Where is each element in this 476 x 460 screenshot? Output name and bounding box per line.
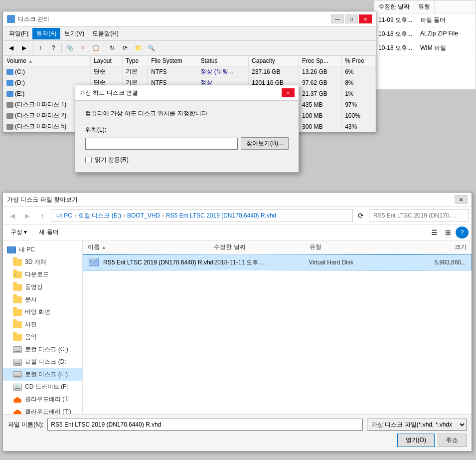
folder-video-icon <box>13 283 22 291</box>
drive-d-icon <box>13 358 22 366</box>
drive-e-icon <box>13 371 22 379</box>
tb-back[interactable]: ◀ <box>5 42 17 53</box>
sidebar-item-3d[interactable]: 3D 개체 <box>3 256 82 268</box>
sidebar-item-docs[interactable]: 문서 <box>3 293 82 306</box>
col-status[interactable]: Status <box>197 56 249 66</box>
disk-mgmt-icon <box>7 15 15 23</box>
menu-view[interactable]: 보기(V) <box>60 28 88 39</box>
tb-refresh2[interactable]: ⟳ <box>119 42 131 53</box>
sidebar-item-cloud1[interactable]: 클라우드베리 (T: <box>3 393 82 406</box>
tb-delete[interactable]: ✕ <box>77 42 89 53</box>
sidebar-item-drive-f[interactable]: 💿 CD 드라이브 (F: <box>3 381 82 393</box>
fb-search-input[interactable] <box>369 209 469 222</box>
minimize-button[interactable]: — <box>331 14 344 23</box>
browse-button[interactable]: 찾아보기(B)... <box>241 137 289 150</box>
col-date-header[interactable]: 수정한 날짜 <box>212 242 308 252</box>
fb-file-list: 💿 RS5 Ent LTSC 2019 (DN170.6440) R.vhd 2… <box>83 254 472 270</box>
folder-music-icon <box>13 333 22 341</box>
fb-new-folder-button[interactable]: 새 폴더 <box>34 226 63 238</box>
sidebar-item-cloud2[interactable]: 클라우드베리 (T:) <box>3 406 82 414</box>
col-free[interactable]: Free Sp... <box>299 56 342 66</box>
col-size-header[interactable]: 크기 <box>403 242 469 252</box>
sidebar-item-download[interactable]: ↓ 다운로드 <box>3 268 82 281</box>
fb-up-button[interactable]: ↑ <box>36 210 49 222</box>
tb-forward[interactable]: ▶ <box>18 42 30 53</box>
tb-help[interactable]: ? <box>47 42 59 53</box>
fb-open-button[interactable]: 열기(O) <box>397 434 435 447</box>
disk-row-0[interactable]: (C:) 단순 기본 NTFS 정상 (부팅... 237.16 GB 13.2… <box>3 66 376 77</box>
close-button[interactable]: ✕ <box>359 14 372 23</box>
menu-file[interactable]: 파일(F) <box>5 28 32 39</box>
col-volume[interactable]: Volume ▲ <box>3 56 91 66</box>
svg-rect-12 <box>93 262 97 263</box>
sidebar-photos-label: 사진 <box>25 320 37 329</box>
disk-mgmt-controls: — □ ✕ <box>331 14 372 23</box>
vhd-dialog: 가상 하드 디스크 연결 × 컴퓨터에 가상 하드 디스크 위치를 지정합니다.… <box>75 85 299 173</box>
file-row-0[interactable]: 💿 RS5 Ent LTSC 2019 (DN170.6440) R.vhd 2… <box>83 254 472 270</box>
svg-rect-10 <box>90 261 92 262</box>
tb-sep-3 <box>104 43 104 53</box>
fb-controls: ✕ <box>455 195 468 204</box>
background-panel: 수정한 날짜 유형 11-09 오후... 파일 폴더 10-18 오후... … <box>374 0 476 90</box>
readonly-label: 읽기 전용(R) <box>95 156 129 164</box>
fb-forward-button[interactable]: ▶ <box>21 210 34 222</box>
fb-view-grid[interactable]: ⊞ <box>442 227 455 238</box>
bc-local-e[interactable]: 로컬 디스크 (E:) <box>77 212 122 220</box>
sidebar-item-desktop[interactable]: 바탕 화면 <box>3 306 82 318</box>
drive-c-icon <box>13 346 22 354</box>
fb-view-details[interactable]: ☰ <box>428 227 441 238</box>
bg-col-date: 수정한 날짜 <box>374 0 414 13</box>
tb-up[interactable]: ↑ <box>34 42 46 53</box>
vhd-dialog-body: 컴퓨터에 가상 하드 디스크 위치를 지정합니다. 위치(L): 찾아보기(B)… <box>75 101 299 172</box>
fb-filetype-select[interactable]: 가상 디스크 파일(*.vhd, *.vhdx <box>367 419 467 431</box>
sidebar-item-drive-e[interactable]: 로컬 디스크 (E:) <box>3 368 82 381</box>
fb-close-button[interactable]: ✕ <box>455 195 468 204</box>
bc-boot-vhd[interactable]: BOOT_VHD <box>126 212 161 219</box>
col-fs[interactable]: File System <box>148 56 197 66</box>
menu-help[interactable]: 도움말(H) <box>88 28 123 39</box>
tb-sep-1 <box>32 43 32 53</box>
fb-organize-button[interactable]: 구성 ▾ <box>6 226 31 238</box>
vhd-location-label: 위치(L): <box>85 126 289 134</box>
sidebar-item-music[interactable]: 음악 <box>3 331 82 343</box>
menu-action[interactable]: 동작(A) <box>32 28 60 39</box>
tb-refresh1[interactable]: ↻ <box>106 42 118 53</box>
fb-filename-input[interactable] <box>47 419 363 431</box>
bg-right-header: 수정한 날짜 유형 <box>374 0 476 13</box>
sidebar-item-mypc[interactable]: 내 PC <box>3 243 82 256</box>
sidebar-drive-f-label: CD 드라이브 (F: <box>25 383 68 391</box>
readonly-checkbox[interactable] <box>85 157 92 163</box>
sidebar-item-drive-d[interactable]: 로컬 디스크 (D: <box>3 356 82 368</box>
bc-mypc[interactable]: 내 PC <box>55 212 73 220</box>
sidebar-drive-d-label: 로컬 디스크 (D: <box>25 358 66 366</box>
fb-bottom: 파일 이름(N): 가상 디스크 파일(*.vhd, *.vhdx 열기(O) … <box>3 414 472 451</box>
vhd-location-input[interactable] <box>85 138 238 150</box>
col-name-header[interactable]: 이름 ▲ <box>86 242 212 252</box>
sidebar-drive-c-label: 로컬 디스크 (C:) <box>25 345 68 354</box>
menu-bar: 파일(F) 동작(A) 보기(V) 도움말(H) <box>3 27 376 41</box>
bc-vhd-file[interactable]: RS5 Ent LTSC 2019 (DN170.6440) R.vhd <box>165 212 277 219</box>
fb-back-button[interactable]: ◀ <box>6 210 19 222</box>
tb-properties[interactable]: 📋 <box>90 42 102 53</box>
sidebar-item-drive-c[interactable]: 로컬 디스크 (C:) <box>3 343 82 356</box>
sidebar-item-photos[interactable]: 사진 <box>3 318 82 331</box>
vhd-close-button[interactable]: × <box>282 88 295 97</box>
col-layout[interactable]: Layout <box>90 56 122 66</box>
col-capacity[interactable]: Capacity <box>249 56 299 66</box>
fb-address-bar[interactable]: 내 PC › 로컬 디스크 (E:) › BOOT_VHD › RS5 Ent … <box>51 209 353 222</box>
pc-icon <box>7 246 16 254</box>
tb-folder[interactable]: 📁 <box>132 42 144 53</box>
tb-search[interactable]: 🔍 <box>145 42 157 53</box>
maximize-button[interactable]: □ <box>345 14 358 23</box>
disk-mgmt-titlebar: 디스크 관리 — □ ✕ <box>3 11 376 27</box>
fb-refresh-button[interactable]: ⟳ <box>355 210 367 222</box>
fb-help-button[interactable]: ? <box>456 227 469 238</box>
fb-cancel-button[interactable]: 취소 <box>438 434 467 447</box>
tb-connect-vhd[interactable]: 📎 <box>64 42 76 53</box>
sidebar-item-video[interactable]: 동영상 <box>3 281 82 293</box>
col-type-header[interactable]: 유형 <box>308 242 403 252</box>
sidebar-music-label: 음악 <box>25 333 37 341</box>
col-type[interactable]: Type <box>123 56 148 66</box>
fb-sidebar: 내 PC 3D 개체 ↓ 다운로드 동영상 문서 <box>3 240 83 414</box>
col-pct[interactable]: % Free <box>342 56 376 66</box>
